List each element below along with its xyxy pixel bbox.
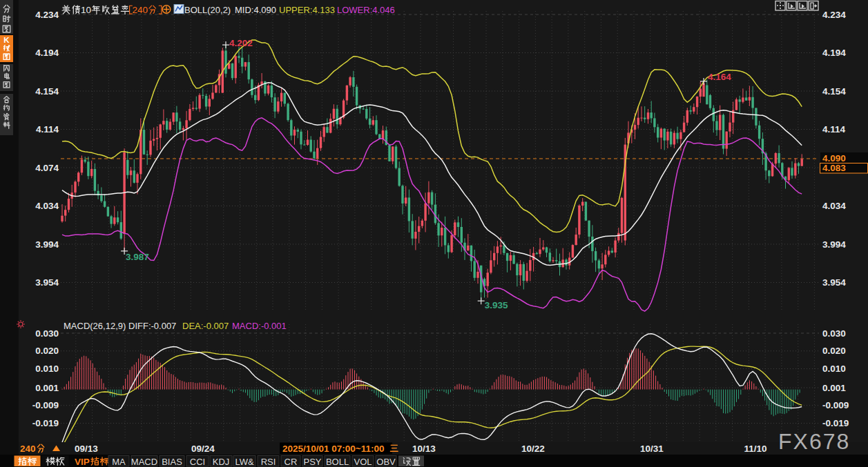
svg-text:2025/10/01 07:00~11:00: 2025/10/01 07:00~11:00 <box>282 444 385 454</box>
svg-text:10/13: 10/13 <box>412 444 436 454</box>
svg-text:09/13: 09/13 <box>75 444 98 454</box>
svg-text:09/24: 09/24 <box>191 444 215 454</box>
svg-text:4.074: 4.074 <box>35 163 59 173</box>
svg-text:UPPER:4.133: UPPER:4.133 <box>279 5 335 15</box>
svg-text:0.030: 0.030 <box>822 328 846 339</box>
svg-text:10/31: 10/31 <box>640 444 664 454</box>
svg-text:4.083: 4.083 <box>822 163 846 173</box>
svg-text:MID:4.090: MID:4.090 <box>235 5 276 15</box>
svg-text:-0.019: -0.019 <box>822 418 849 428</box>
svg-text:-0.009: -0.009 <box>822 400 849 410</box>
svg-text:FX678: FX678 <box>778 429 850 454</box>
svg-text:240: 240 <box>20 444 36 454</box>
svg-text:4.090: 4.090 <box>822 153 846 163</box>
svg-text:MACD: MACD <box>131 457 157 467</box>
svg-text:4.034: 4.034 <box>35 201 59 211</box>
svg-text:RSI: RSI <box>261 457 276 467</box>
svg-text:K: K <box>3 36 10 44</box>
svg-text:MA: MA <box>112 457 126 467</box>
svg-text:4.034: 4.034 <box>822 201 846 211</box>
svg-text:CR: CR <box>284 457 298 467</box>
svg-text:3.935: 3.935 <box>485 300 508 310</box>
svg-text:3.954: 3.954 <box>35 277 59 288</box>
svg-text:KDJ: KDJ <box>213 457 230 467</box>
svg-text:VOL: VOL <box>354 457 372 467</box>
svg-text:4.154: 4.154 <box>822 86 846 97</box>
svg-text:MACD:-0.001: MACD:-0.001 <box>232 321 287 331</box>
svg-text:3.994: 3.994 <box>35 239 59 250</box>
svg-text:240: 240 <box>132 5 148 15</box>
svg-text:10/22: 10/22 <box>521 444 545 454</box>
svg-text:LW&: LW& <box>235 457 254 467</box>
svg-text:-0.019: -0.019 <box>32 418 59 428</box>
svg-text:4.202: 4.202 <box>229 38 253 48</box>
svg-text:0.001: 0.001 <box>822 383 846 393</box>
svg-text:PSY: PSY <box>303 457 321 467</box>
svg-text:BOLL(20,2): BOLL(20,2) <box>184 5 231 15</box>
svg-text:MACD(26,12,9): MACD(26,12,9) <box>64 321 126 331</box>
svg-text:4.234: 4.234 <box>822 10 846 20</box>
svg-text:0.020: 0.020 <box>822 346 846 356</box>
svg-text:4.194: 4.194 <box>35 48 59 58</box>
svg-text:11/10: 11/10 <box>744 444 766 454</box>
svg-text:4.154: 4.154 <box>35 86 59 97</box>
svg-text:CCI: CCI <box>190 457 205 467</box>
svg-text:4.164: 4.164 <box>708 72 731 82</box>
svg-text:4.114: 4.114 <box>822 124 846 135</box>
svg-text:0.030: 0.030 <box>35 328 59 339</box>
svg-text:3.987: 3.987 <box>126 252 149 262</box>
svg-text:4.234: 4.234 <box>35 10 59 20</box>
svg-text:BIAS: BIAS <box>162 457 182 467</box>
svg-text:0.010: 0.010 <box>822 364 846 374</box>
svg-text:10: 10 <box>81 5 91 15</box>
svg-text:LOWER:4.046: LOWER:4.046 <box>337 5 395 15</box>
svg-text:4.114: 4.114 <box>36 124 59 135</box>
svg-text:0.020: 0.020 <box>35 346 59 356</box>
svg-text:DIFF:-0.007: DIFF:-0.007 <box>128 321 176 331</box>
svg-text:VIP: VIP <box>75 457 90 467</box>
svg-text:0.010: 0.010 <box>35 364 59 374</box>
svg-text:OBV: OBV <box>376 457 396 467</box>
svg-text:BOLL: BOLL <box>326 457 349 467</box>
svg-text:0.001: 0.001 <box>35 383 59 393</box>
svg-text:3.954: 3.954 <box>822 277 846 288</box>
svg-text:3.994: 3.994 <box>822 239 846 250</box>
svg-text:DEA:-0.007: DEA:-0.007 <box>182 321 229 331</box>
svg-text:-0.009: -0.009 <box>32 400 59 410</box>
svg-text:4.194: 4.194 <box>822 48 846 58</box>
